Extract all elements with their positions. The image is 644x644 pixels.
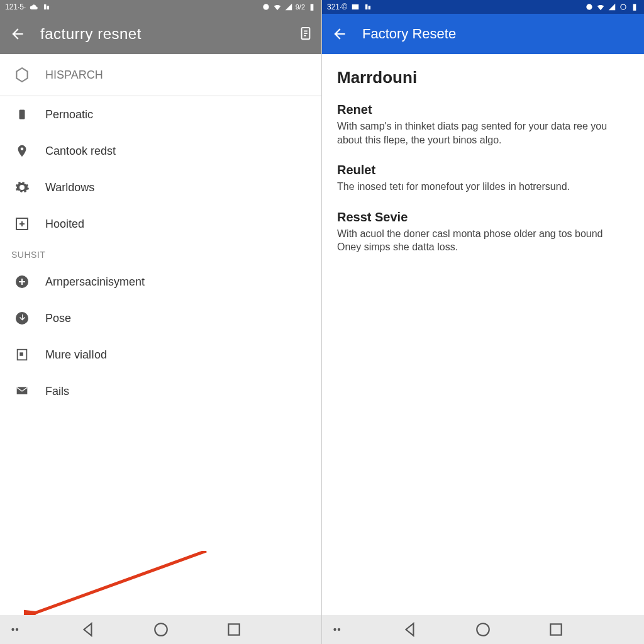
mail-icon [14,383,30,399]
svg-rect-3 [311,4,314,10]
gear-icon [14,179,30,196]
plus-circle-icon [14,274,30,290]
wifi-icon [273,3,282,11]
block-body: With samp's in thinket diats pag sented … [337,119,629,147]
extra-status-icon [619,3,628,11]
svg-rect-14 [17,387,28,394]
download-icon [14,310,30,326]
section-dispatch: HISPARCH [0,54,321,96]
plus-box-icon [14,216,30,232]
wifi-icon [596,3,605,11]
appbar-title-right: Factory Resete [362,26,456,42]
block-title: Renet [337,103,629,117]
svg-point-17 [16,628,18,631]
appbar-right: Factory Resete [322,14,644,54]
block-renet[interactable]: Renet With samp's in thinket diats pag s… [337,103,629,147]
svg-rect-0 [44,4,47,9]
svg-rect-1 [47,6,50,9]
status-bar-right: 321·© [322,0,644,14]
section-header-label: HISPARCH [45,69,103,82]
list-item-label: Hooited [45,218,84,231]
nav-home-icon[interactable] [153,621,169,638]
phone-right: 321·© Factory Resete Marrdouni Renet Wit… [322,0,644,644]
overflow-icon[interactable] [9,621,25,638]
svg-line-15 [33,551,206,614]
svg-rect-19 [228,624,239,635]
status-bar-left: 121·5· 9/2 [0,0,321,14]
group-label-suhsit: SUHSIT [0,242,321,264]
dnd-icon [585,3,594,11]
block-reulet[interactable]: Reulet The inosed tetı for monefout yor … [337,163,629,194]
overflow-icon[interactable] [331,621,347,638]
back-arrow-icon [9,26,26,42]
svg-point-24 [621,4,626,9]
svg-point-2 [263,4,269,9]
list-item-mure[interactable]: Mure vialIod [0,336,321,373]
note-icon [14,347,30,363]
list-item-label: Warldows [45,181,94,194]
svg-rect-20 [352,4,359,9]
list-item-label: Pose [45,312,71,325]
list-item-cantook[interactable]: Cantook redst [0,133,321,169]
hexagon-icon [14,67,30,83]
svg-point-16 [11,628,14,631]
svg-rect-8 [19,110,25,119]
navbar-left [0,615,321,644]
indicator-icon [42,3,51,11]
appbar-left: facturry resnet [0,14,321,54]
block-title: Reulet [337,163,629,177]
block-body: The inosed tetı for monefout yor lildes … [337,180,629,194]
image-icon [351,3,360,11]
dnd-icon [262,3,270,11]
svg-point-28 [477,623,489,636]
list-item-label: Mure vialIod [45,348,107,362]
navbar-right [322,615,644,644]
svg-point-27 [338,628,340,631]
svg-point-23 [586,4,592,9]
phone-left: 121·5· 9/2 facturry resnet HISPARCH P [0,0,322,644]
document-icon[interactable] [299,26,313,42]
battery-icon [630,3,639,11]
battery-icon [308,3,316,11]
list-item-label: Cantook redst [45,145,116,158]
section-header-row[interactable]: HISPARCH [0,54,321,96]
block-body: With acuol the doner casl monta phose ol… [337,227,629,254]
list-item-fails[interactable]: Fails [0,373,321,409]
list-item-hooited[interactable]: Hooited [0,206,321,242]
svg-rect-22 [369,6,371,9]
indicator-icon [364,3,372,11]
annotation-arrow [24,551,213,620]
nav-back-icon[interactable] [80,621,96,638]
svg-point-26 [333,628,336,631]
list-item-label: Fails [45,385,69,398]
cloud-icon [30,3,38,11]
signal-icon [284,3,293,11]
nav-recent-icon[interactable] [226,621,242,638]
list-item-pernoatic[interactable]: Pernoatic [0,96,321,133]
nav-recent-icon[interactable] [548,621,564,638]
list-item-warldows[interactable]: Warldows [0,169,321,206]
status-time: 121·5· [5,3,26,11]
svg-rect-21 [365,4,368,9]
svg-rect-25 [633,4,636,10]
back-arrow-icon [331,26,348,42]
list-item-arnpersa[interactable]: Arnpersacinisyment [0,264,321,300]
status-extra: 9/2 [296,3,305,11]
content-right: Marrdouni Renet With samp's in thinket d… [322,54,644,284]
back-button-left[interactable] [9,25,26,43]
signal-icon [608,3,616,11]
content-heading: Marrdouni [337,68,629,87]
pin-icon [14,143,30,159]
svg-rect-13 [19,352,23,356]
phone-icon [14,106,30,123]
block-title: Resst Sevie [337,210,629,225]
nav-home-icon[interactable] [475,621,491,638]
block-resst-sevie[interactable]: Resst Sevie With acuol the doner casl mo… [337,210,629,254]
svg-rect-29 [550,624,561,635]
status-time: 321·© [327,3,347,11]
back-button-right[interactable] [331,25,348,43]
nav-back-icon[interactable] [402,621,418,638]
appbar-title-left: facturry resnet [40,25,142,43]
list-item-pose[interactable]: Pose [0,300,321,336]
list-item-label: Arnpersacinisyment [45,275,145,289]
